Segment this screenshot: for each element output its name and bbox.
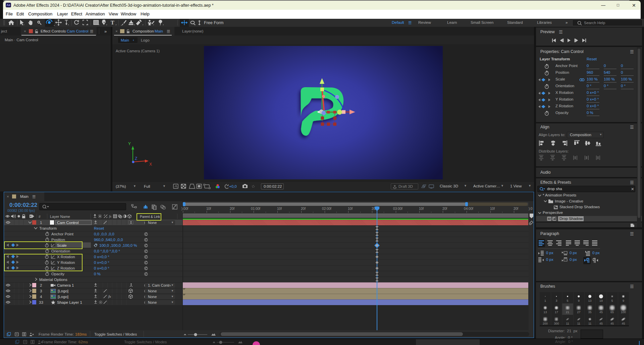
svg-text:Z: Z — [135, 156, 137, 161]
svg-text:11: 11 — [577, 322, 580, 325]
svg-text:X: X — [149, 162, 152, 167]
svg-text:200: 200 — [543, 322, 548, 325]
svg-text:45: 45 — [610, 322, 614, 325]
svg-text:1: 1 — [544, 299, 546, 302]
svg-text:5: 5 — [567, 299, 569, 302]
svg-text:45: 45 — [622, 322, 625, 325]
svg-text:5: 5 — [611, 299, 613, 302]
svg-text:11: 11 — [588, 322, 591, 325]
svg-text:Y: Y — [128, 141, 131, 146]
svg-text:11: 11 — [566, 322, 569, 325]
svg-text:3: 3 — [555, 299, 557, 302]
svg-text:21: 21 — [566, 310, 569, 314]
svg-text:17: 17 — [555, 310, 558, 314]
svg-text:9: 9 — [623, 299, 624, 302]
svg-text:T: T — [111, 20, 114, 25]
svg-text:9: 9 — [578, 299, 580, 302]
svg-text:13: 13 — [544, 310, 547, 314]
svg-text:35: 35 — [588, 310, 592, 314]
svg-text:300: 300 — [554, 322, 559, 325]
svg-text:45: 45 — [599, 322, 603, 325]
svg-text:19: 19 — [599, 299, 603, 302]
svg-text:13: 13 — [588, 299, 592, 302]
svg-text:65: 65 — [610, 310, 614, 314]
svg-text:100: 100 — [621, 310, 626, 314]
svg-text:fx: fx — [109, 215, 112, 218]
svg-text:27: 27 — [577, 310, 580, 314]
svg-text:45: 45 — [599, 310, 603, 314]
svg-text:Free Form: Free Form — [204, 20, 223, 25]
